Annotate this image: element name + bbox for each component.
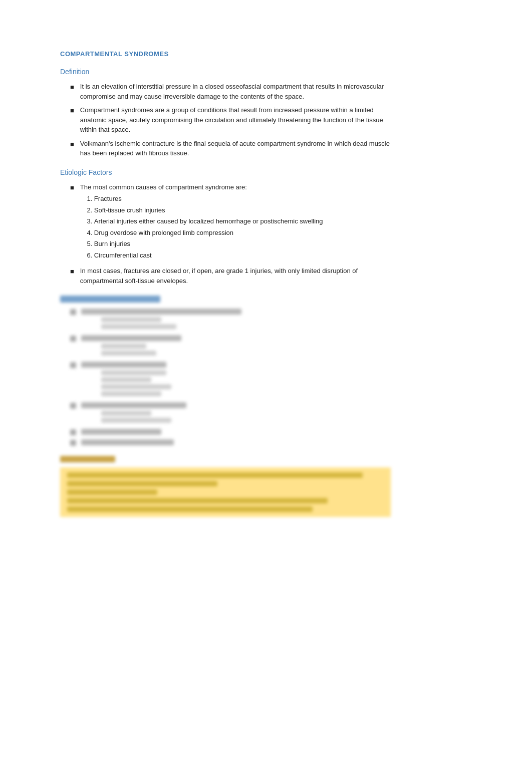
bullet-icon: ■ [70,183,74,193]
bullet-text: Compartment syndromes are a group of con… [80,105,391,135]
definition-section: Definition ■ It is an elevation of inter… [60,68,391,158]
etiologic-section: Etiologic Factors ■ The most common caus… [60,168,391,286]
list-item: Soft-tissue crush injuries [94,205,391,215]
blurred-section-1 [60,296,391,446]
list-item: ■ Volkmann's ischemic contracture is the… [60,139,391,158]
bullet-text: In most cases, fractures are closed or, … [80,266,391,286]
list-item: ■ In most cases, fractures are closed or… [60,266,391,286]
bullet-icon: ■ [70,82,74,92]
list-item: Drug overdose with prolonged limb compre… [94,228,391,238]
list-item: ■ Compartment syndromes are a group of c… [60,105,391,135]
page-container: COMPARTMENTAL SYNDROMES Definition ■ It … [0,0,451,577]
etiologic-list: ■ The most common causes of compartment … [60,182,391,286]
causes-list: Fractures Soft-tissue crush injuries Art… [80,194,391,260]
bullet-text: It is an elevation of interstitial press… [80,82,391,101]
blurred-highlight-section [60,456,391,517]
bullet-text: The most common causes of compartment sy… [80,182,391,263]
definition-list: ■ It is an elevation of interstitial pre… [60,82,391,158]
intro-text: The most common causes of compartment sy… [80,183,247,191]
etiologic-heading: Etiologic Factors [60,168,391,176]
list-item: Fractures [94,194,391,204]
bullet-icon: ■ [70,139,74,149]
main-title: COMPARTMENTAL SYNDROMES [60,50,391,58]
list-item: Burn injuries [94,239,391,249]
list-item: Circumferential cast [94,250,391,260]
list-item: ■ The most common causes of compartment … [60,182,391,263]
bullet-text: Volkmann's ischemic contracture is the f… [80,139,391,158]
list-item: Arterial injuries either caused by local… [94,216,391,226]
bullet-icon: ■ [70,106,74,116]
definition-heading: Definition [60,68,391,76]
bullet-icon: ■ [70,267,74,277]
blurred-heading-1 [60,296,391,303]
list-item: ■ It is an elevation of interstitial pre… [60,82,391,101]
